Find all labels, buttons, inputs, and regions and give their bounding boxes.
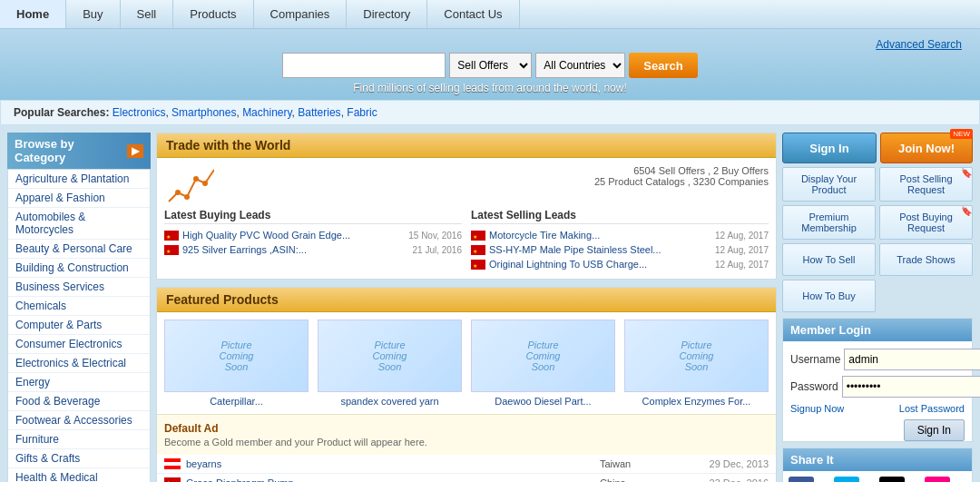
company-country-2: China — [600, 477, 672, 482]
popular-fabric[interactable]: Fabric — [347, 106, 377, 119]
display-product-btn[interactable]: Display Your Product — [782, 167, 876, 202]
nav-home[interactable]: Home — [0, 0, 66, 28]
product-item-1: PictureComingSoon Caterpillar... — [164, 320, 309, 407]
default-ad-title: Default Ad — [164, 422, 769, 435]
product-name-3[interactable]: Daewoo Diesel Part... — [495, 396, 591, 407]
sidebar-item-automobiles[interactable]: Automobiles & Motorcycles — [8, 208, 150, 240]
selling-lead-1[interactable]: Motorcycle Tire Making... — [489, 230, 600, 241]
post-buying-label: Post Buying Request — [884, 211, 968, 233]
popular-machinery[interactable]: Machinery — [242, 106, 291, 119]
nav-buy[interactable]: Buy — [66, 0, 120, 28]
buying-lead-1[interactable]: High Quality PVC Wood Grain Edge... — [182, 230, 350, 241]
post-selling-btn[interactable]: Post Selling Request 🔖 — [879, 167, 973, 202]
nav-sell[interactable]: Sell — [121, 0, 174, 28]
sidebar-item-business[interactable]: Business Services — [8, 278, 150, 297]
sidebar-item-beauty[interactable]: Beauty & Personal Care — [8, 240, 150, 259]
sidebar-item-gifts[interactable]: Gifts & Crafts — [8, 449, 150, 468]
facebook-icon[interactable]: f — [789, 477, 814, 482]
buying-leads-col: Latest Buying Leads ★ High Quality PVC W… — [164, 209, 462, 271]
nav-companies[interactable]: Companies — [254, 0, 348, 28]
selling-lead-3[interactable]: Original Lightning To USB Charge... — [489, 259, 647, 270]
nav-products[interactable]: Products — [173, 0, 253, 28]
china-flag-s2: ★ — [471, 245, 485, 255]
member-login-box: Member Login Username Password Signup No… — [782, 318, 973, 442]
sidebar-item-furniture[interactable]: Furniture — [8, 430, 150, 449]
signup-link[interactable]: Signup Now — [790, 403, 844, 414]
how-to-buy-btn[interactable]: How To Buy — [782, 280, 876, 312]
trade-shows-btn[interactable]: Trade Shows — [879, 243, 973, 276]
sidebar-category-list: Agriculture & Plantation Apparel & Fashi… — [7, 169, 151, 482]
post-buying-corner-icon: 🔖 — [961, 206, 972, 216]
product-name-1[interactable]: Caterpillar... — [210, 396, 263, 407]
nav-contact[interactable]: Contact Us — [427, 0, 519, 28]
username-input[interactable] — [844, 349, 980, 370]
sidebar-item-footwear[interactable]: Footwear & Accessories — [8, 411, 150, 430]
member-login-header: Member Login — [783, 319, 972, 341]
selling-leads-col: Latest Selling Leads ★ Motorcycle Tire M… — [471, 209, 769, 271]
search-input[interactable] — [282, 53, 446, 78]
premium-membership-btn[interactable]: Premium Membership — [782, 205, 876, 240]
sidebar-item-food[interactable]: Food & Beverage — [8, 392, 150, 411]
taiwan-flag — [164, 458, 181, 469]
sidebar-item-energy[interactable]: Energy — [8, 373, 150, 392]
sidebar-item-health[interactable]: Health & Medical — [8, 468, 150, 482]
product-item-2: PictureComingSoon spandex covered yarn — [318, 320, 462, 407]
sidebar-item-consumer-electronics[interactable]: Consumer Electronics — [8, 335, 150, 354]
company-row-1: beyarns Taiwan 29 Dec, 2013 — [157, 455, 776, 474]
search-subtext: Find millions of selling leads from arou… — [353, 82, 626, 94]
company-name-1[interactable]: beyarns — [186, 458, 594, 469]
nav-directory[interactable]: Directory — [347, 0, 427, 28]
post-selling-corner-icon: 🔖 — [961, 168, 972, 178]
china-flag-s1: ★ — [471, 231, 485, 241]
password-row: Password — [790, 376, 965, 398]
default-ad: Default Ad Become a Gold member and your… — [157, 414, 776, 455]
company-date-1: 29 Dec, 2013 — [678, 458, 769, 469]
lead-item: ★ High Quality PVC Wood Grain Edge... 15… — [164, 228, 462, 242]
popular-electronics[interactable]: Electronics — [113, 106, 166, 119]
sign-in-button[interactable]: Sign In — [782, 133, 877, 163]
premium-label: Premium Membership — [787, 211, 871, 233]
product-img-1: PictureComingSoon — [164, 320, 309, 392]
right-panel: Sign In Join Now! NEW Display Your Produ… — [782, 133, 973, 482]
buying-lead-2[interactable]: 925 Silver Earrings ,ASIN:... — [182, 244, 307, 255]
sidebar-item-building[interactable]: Building & Construction — [8, 259, 150, 278]
search-type-select[interactable]: Sell Offers Buy Offers Products Companie… — [449, 53, 532, 78]
trade-icon-area — [164, 165, 214, 209]
popular-batteries[interactable]: Batteries — [298, 106, 340, 119]
svg-point-3 — [202, 181, 208, 186]
how-to-sell-btn[interactable]: How To Sell — [782, 243, 876, 276]
twitter-icon[interactable]: 🐦 — [834, 477, 859, 482]
post-buying-btn[interactable]: Post Buying Request 🔖 — [879, 205, 973, 240]
sidebar-item-computer[interactable]: Computer & Parts — [8, 316, 150, 335]
trade-chart-icon — [164, 165, 214, 206]
country-select[interactable]: All Countries — [535, 53, 625, 78]
member-signin-button[interactable]: Sign In — [904, 419, 965, 441]
popular-smartphones[interactable]: Smartphones — [172, 106, 236, 119]
product-name-4[interactable]: Complex Enzymes For... — [642, 396, 751, 407]
username-row: Username — [790, 349, 965, 370]
sidebar-item-agriculture[interactable]: Agriculture & Plantation — [8, 170, 150, 189]
product-item-4: PictureComingSoon Complex Enzymes For... — [624, 320, 769, 407]
company-name-2[interactable]: Graco Diaphragm Pump — [186, 477, 594, 482]
sign-join-buttons: Sign In Join Now! NEW Display Your Produ… — [782, 133, 973, 312]
svg-point-0 — [175, 190, 181, 195]
sidebar-item-chemicals[interactable]: Chemicals — [8, 297, 150, 316]
display-product-label: Display Your Product — [787, 173, 871, 195]
search-button[interactable]: Search — [629, 53, 697, 78]
buying-lead-2-date: 21 Jul, 2016 — [413, 245, 463, 255]
company-list: beyarns Taiwan 29 Dec, 2013 ★ Graco Diap… — [157, 455, 776, 482]
sidebar-item-apparel[interactable]: Apparel & Fashion — [8, 189, 150, 208]
sidebar-item-electronics[interactable]: Electronics & Electrical — [8, 354, 150, 373]
sidebar-arrow-icon[interactable]: ▶ — [127, 144, 143, 158]
advanced-search-link[interactable]: Advanced Search — [876, 38, 962, 51]
flickr-icon[interactable]: ✿ — [925, 477, 950, 482]
sidebar: Browse by Category ▶ Agriculture & Plant… — [7, 133, 151, 482]
lost-password-link[interactable]: Lost Password — [899, 403, 965, 414]
how-to-buy-label: How To Buy — [802, 290, 856, 301]
password-input[interactable] — [842, 376, 980, 398]
sidebar-header: Browse by Category ▶ — [7, 133, 151, 169]
trade-stats-line2: 25 Product Catalogs , 3230 Companies — [594, 176, 769, 187]
bookmark-icon[interactable]: 🔖 — [879, 477, 905, 482]
product-name-2[interactable]: spandex covered yarn — [340, 396, 438, 407]
selling-lead-2[interactable]: SS-HY-MP Male Pipe Stainless Steel... — [489, 244, 662, 255]
